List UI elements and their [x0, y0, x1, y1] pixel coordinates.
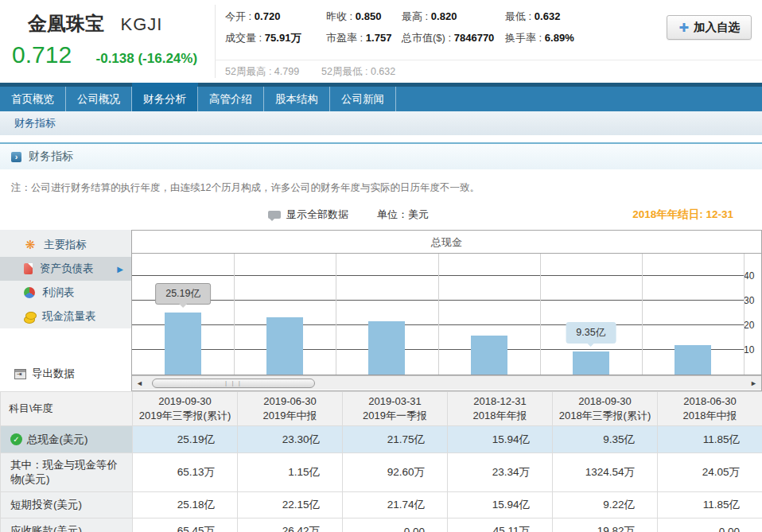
add-watchlist-label: 加入自选 [694, 20, 740, 35]
column-header-2019-06-30: 2019-06-302019年中报 [238, 392, 343, 426]
document-icon [24, 263, 33, 274]
cell-value: 24.05万 [658, 453, 762, 492]
column-gridline [336, 254, 336, 375]
column-header-2019-03-31: 2019-03-312019年一季报 [343, 392, 448, 426]
column-gridline [540, 254, 541, 375]
sidebar-item-label: 资产负债表 [40, 262, 94, 276]
comment-bubble-icon [268, 211, 281, 219]
cell-value: 26.42万 [238, 518, 343, 532]
bar-2018-12-31[interactable] [471, 336, 507, 375]
cell-value: 1324.54万 [553, 453, 658, 492]
row-label-应收账款(美元)[interactable]: 应收账款(美元) [1, 518, 133, 532]
stock-name: 金凰珠宝 [28, 13, 104, 34]
header-divider [215, 5, 216, 78]
cell-value: 11.85亿 [658, 492, 762, 518]
stat-最低: 最低 : 0.632 [505, 10, 574, 31]
tab-首页概览[interactable]: 首页概览 [0, 87, 66, 111]
scrollbar-thumb[interactable]: | | | [152, 379, 315, 388]
export-data-button[interactable]: 导出数据 [14, 367, 75, 381]
add-watchlist-button[interactable]: ✚ 加入自选 [667, 15, 752, 40]
y-tick-label: 20 [744, 320, 760, 331]
tab-财务分析[interactable]: 财务分析 [132, 87, 198, 111]
sidebar-item-label: 利润表 [42, 285, 75, 300]
row-label-总现金(美元)[interactable]: ✓总现金(美元) [1, 426, 133, 453]
scroll-left-arrow-icon[interactable]: ◄ [132, 379, 147, 387]
cell-value: 22.15亿 [238, 492, 343, 518]
stat-总市值($): 总市值($) : 7846770 [402, 31, 505, 52]
report-sidebar: ❋主要指标资产负债表▶利润表现金流量表 导出数据 [0, 230, 131, 391]
chart-toolbar: 显示全部数据 单位：美元 2018年年结日: 12-31 [0, 206, 762, 227]
tab-公司新闻[interactable]: 公司新闻 [330, 87, 396, 111]
coins-icon [24, 312, 35, 322]
chart-scrollbar[interactable]: ◄ | | | ► [132, 375, 761, 390]
tab-高管介绍[interactable]: 高管介绍 [198, 87, 264, 111]
stat-今开: 今开 : 0.720 [225, 10, 326, 31]
cell-value: 15.94亿 [448, 492, 553, 518]
sidebar-item-现金流量表[interactable]: 现金流量表 [0, 305, 131, 328]
stat-成交量: 成交量 : 75.91万 [225, 31, 326, 52]
unit-label: 单位：美元 [377, 208, 429, 222]
column-header-2019-09-30: 2019-09-302019年三季报(累计) [133, 392, 238, 426]
cell-value: 11.85亿 [658, 426, 762, 453]
bar-2018-06-30[interactable] [675, 345, 711, 375]
stat-换手率: 换手率 : 6.89% [505, 31, 574, 52]
plus-icon: ✚ [678, 21, 689, 35]
chart-plot-area: 1020304025.19亿9.35亿 [132, 254, 761, 375]
grip-icon: | | | [225, 380, 242, 386]
bar-2019-06-30[interactable] [266, 317, 303, 375]
main-nav: 首页概览公司概况财务分析高管介绍股本结构公司新闻 [0, 83, 762, 111]
flower-icon: ❋ [24, 238, 37, 252]
stat-最高: 最高 : 0.820 [402, 10, 505, 31]
table-row: ✓总现金(美元)25.19亿23.30亿21.75亿15.94亿9.35亿11.… [1, 426, 762, 453]
note-text: 注：公司进行财务结算的执行年度，由连续12个历月构成，许多公司的财务年度与实际的… [11, 181, 762, 195]
export-label: 导出数据 [32, 367, 75, 381]
bar-tooltip: 9.35亿 [566, 322, 616, 344]
column-gridline [438, 254, 439, 375]
column-header-2018-09-30: 2018-09-302018年三季报(累计) [553, 392, 658, 426]
row-label-其中：现金与现金等价物(美元)[interactable]: 其中：现金与现金等价物(美元) [1, 453, 133, 492]
y-tick-label: 30 [744, 295, 760, 306]
pie-chart-icon [24, 287, 35, 298]
cell-value: 65.13万 [133, 453, 238, 492]
cell-value: 0.00 [343, 518, 448, 532]
scroll-right-arrow-icon[interactable]: ► [746, 379, 761, 387]
cell-value: 9.22亿 [553, 492, 658, 518]
bar-2018-09-30[interactable] [573, 351, 609, 375]
range-stat-52周最高: 52周最高 : 4.799 [225, 65, 299, 79]
section-header: 财务指标 [0, 142, 762, 169]
cell-value: 19.82万 [553, 518, 658, 532]
column-header-2018-06-30: 2018-06-302018年中报 [658, 392, 762, 426]
cell-value: 23.34万 [448, 453, 553, 492]
show-all-data-link[interactable]: 显示全部数据 [286, 208, 348, 222]
tab-股本结构[interactable]: 股本结构 [264, 87, 330, 111]
column-header-2018-12-31: 2018-12-312018年年报 [448, 392, 553, 426]
sidebar-item-资产负债表[interactable]: 资产负债表▶ [0, 257, 131, 281]
table-row: 应收账款(美元)65.45万26.42万0.0045.11万19.82万0.00 [1, 518, 762, 532]
financial-table: 科目\年度2019-09-302019年三季报(累计)2019-06-30201… [0, 391, 762, 532]
stats-divider [215, 60, 762, 60]
52-week-range: 52周最高 : 4.79952周最低 : 0.632 [225, 65, 395, 79]
spacer [0, 135, 762, 142]
stock-header: 金凰珠宝 KGJI 0.712 -0.138 (-16.24%) 今开 : 0.… [0, 0, 762, 83]
fiscal-year-end: 2018年年结日: 12-31 [632, 208, 733, 222]
stat-市盈率: 市盈率 : 1.757 [326, 31, 402, 52]
tab-公司概况[interactable]: 公司概况 [66, 87, 132, 111]
cell-value: 21.75亿 [343, 426, 448, 453]
chevron-right-icon [11, 152, 21, 162]
cell-value: 21.74亿 [343, 492, 448, 518]
sidebar-item-利润表[interactable]: 利润表 [0, 281, 131, 305]
stock-change: -0.138 (-16.24%) [96, 51, 198, 66]
stat-昨收: 昨收 : 0.850 [326, 10, 402, 31]
subnav-item-financial-indicators[interactable]: 财务指标 [14, 117, 56, 129]
cell-value: 23.30亿 [238, 426, 343, 453]
export-icon [14, 369, 26, 379]
active-arrow-icon: ▶ [117, 265, 123, 274]
main-region: ❋主要指标资产负债表▶利润表现金流量表 导出数据 总现金 1020304025.… [0, 230, 762, 391]
sidebar-item-主要指标[interactable]: ❋主要指标 [0, 233, 131, 257]
row-label-短期投资(美元)[interactable]: 短期投资(美元) [1, 492, 133, 518]
bar-2019-03-31[interactable] [368, 321, 405, 375]
column-gridline [642, 254, 643, 375]
bar-2019-09-30[interactable] [165, 313, 201, 375]
cell-value: 25.19亿 [133, 426, 238, 453]
sidebar-item-label: 主要指标 [44, 238, 87, 252]
